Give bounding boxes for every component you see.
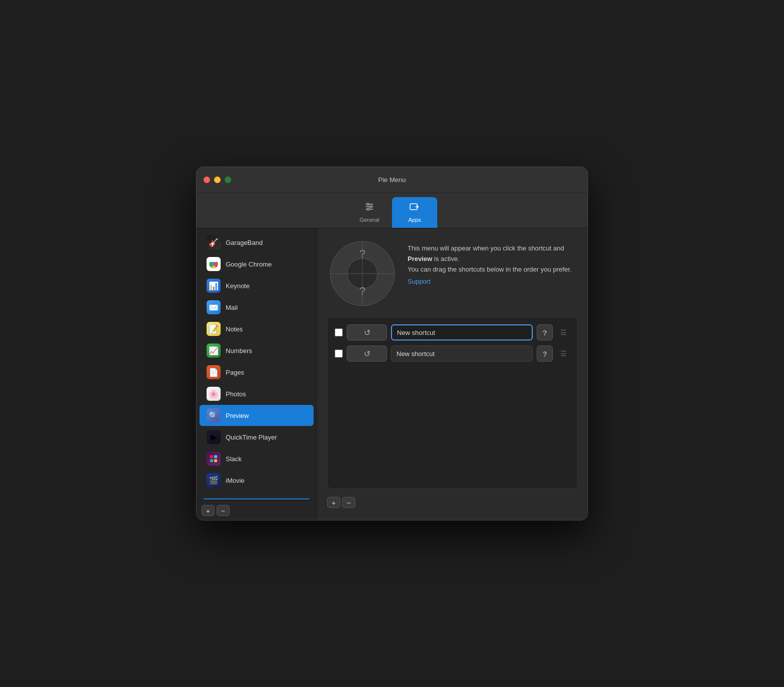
window-title: Pie Menu (378, 176, 406, 184)
traffic-lights (204, 177, 231, 183)
preview-icon: 🔍 (207, 408, 221, 422)
sidebar-item-keynote[interactable]: 📊 Keynote (200, 275, 314, 296)
garageband-label: GarageBand (226, 239, 263, 246)
general-tab-label: General (359, 217, 379, 223)
apps-icon (409, 201, 420, 215)
shortcut-row-2: ↺ ? ☰ (335, 346, 570, 362)
minimize-button[interactable] (214, 177, 221, 183)
sidebar-item-preview[interactable]: 🔍 Preview (200, 405, 314, 426)
sidebar-item-pages[interactable]: 📄 Pages (200, 362, 314, 383)
svg-text:?: ? (359, 285, 365, 297)
keynote-icon: 📊 (207, 279, 221, 293)
record-icon-1: ↺ (364, 328, 370, 337)
imovie-label: iMovie (226, 477, 245, 484)
pages-label: Pages (226, 369, 244, 376)
sidebar-item-notes[interactable]: 📝 Notes (200, 318, 314, 339)
numbers-label: Numbers (226, 347, 252, 355)
slack-icon (207, 452, 221, 466)
toolbar: General Apps (197, 193, 587, 228)
svg-text:?: ? (359, 247, 365, 260)
sidebar-item-quicktime[interactable]: ▶ QuickTime Player (200, 426, 314, 448)
sidebar-list: 🎸 GarageBand Google Ch (197, 228, 317, 498)
notes-icon: 📝 (207, 322, 221, 336)
chrome-label: Google Chrome (226, 261, 272, 268)
sidebar-item-numbers[interactable]: 📈 Numbers (200, 340, 314, 361)
shortcut-2-input[interactable] (391, 346, 533, 362)
pages-icon: 📄 (207, 365, 221, 379)
svg-rect-11 (214, 455, 217, 458)
shortcut-1-drag-handle[interactable]: ☰ (557, 324, 570, 340)
support-link[interactable]: Support (408, 278, 431, 285)
imovie-icon: 🎬 (207, 473, 221, 487)
general-icon (364, 201, 375, 215)
mail-label: Mail (226, 304, 238, 311)
record-icon-2: ↺ (364, 349, 370, 359)
shortcut-2-checkbox[interactable] (335, 350, 343, 358)
svg-rect-13 (214, 459, 217, 462)
shortcut-1-checkbox[interactable] (335, 328, 343, 336)
maximize-button[interactable] (225, 177, 231, 183)
close-button[interactable] (204, 177, 210, 183)
svg-rect-12 (210, 459, 213, 462)
sidebar-footer: + − (197, 500, 317, 520)
pie-menu-preview: ? ? (327, 238, 398, 309)
add-shortcut-button[interactable]: + (327, 497, 340, 508)
chrome-icon (207, 257, 221, 271)
shortcut-1-record-button[interactable]: ↺ (347, 324, 387, 340)
quicktime-label: QuickTime Player (226, 434, 277, 441)
preview-description: This menu will appear when you click the… (408, 238, 577, 286)
shortcut-row-1: ↺ ? ☰ (335, 324, 570, 340)
notes-label: Notes (226, 325, 243, 333)
sidebar-item-mail[interactable]: ✉️ Mail (200, 297, 314, 318)
svg-point-3 (367, 203, 369, 205)
mail-icon: ✉️ (207, 300, 221, 314)
titlebar: Pie Menu (197, 167, 587, 193)
preview-area: ? ? This menu will appear when you click… (327, 238, 577, 309)
tab-general[interactable]: General (347, 197, 392, 228)
main-panel: ? ? This menu will appear when you click… (317, 228, 587, 520)
apps-tab-label: Apps (408, 217, 421, 223)
app-window: Pie Menu General (196, 166, 588, 521)
svg-rect-10 (210, 455, 213, 458)
shortcut-2-record-button[interactable]: ↺ (347, 346, 387, 362)
numbers-icon: 📈 (207, 343, 221, 358)
sidebar-item-slack[interactable]: Slack (200, 448, 314, 469)
description-text: This menu will appear when you click the… (408, 243, 577, 275)
svg-point-5 (367, 208, 369, 210)
slack-label: Slack (226, 455, 242, 463)
svg-point-9 (212, 263, 216, 266)
sidebar: 🎸 GarageBand Google Ch (197, 228, 317, 520)
shortcut-2-drag-handle[interactable]: ☰ (557, 346, 570, 362)
tab-apps[interactable]: Apps (392, 197, 437, 228)
content-area: 🎸 GarageBand Google Ch (197, 228, 587, 520)
svg-point-4 (370, 206, 372, 208)
sidebar-item-photos[interactable]: 🌸 Photos (200, 383, 314, 404)
quicktime-icon: ▶ (207, 430, 221, 444)
main-footer: + − (327, 497, 577, 510)
photos-icon: 🌸 (207, 387, 221, 401)
keynote-label: Keynote (226, 282, 250, 290)
sidebar-item-chrome[interactable]: Google Chrome (200, 253, 314, 275)
remove-shortcut-button[interactable]: − (342, 497, 355, 508)
sidebar-accent-line (204, 498, 310, 499)
drag-icon-2: ☰ (560, 350, 567, 358)
preview-label: Preview (226, 412, 249, 419)
shortcut-container: ↺ ? ☰ ↺ ? ☰ (327, 317, 577, 489)
photos-label: Photos (226, 390, 246, 398)
drag-icon-1: ☰ (560, 328, 567, 336)
sidebar-item-imovie[interactable]: 🎬 iMovie (200, 470, 314, 491)
shortcut-1-help-button[interactable]: ? (537, 324, 553, 340)
shortcut-1-input[interactable] (391, 324, 533, 340)
add-app-button[interactable]: + (202, 505, 215, 516)
garageband-icon: 🎸 (207, 235, 221, 249)
shortcut-2-help-button[interactable]: ? (537, 346, 553, 362)
remove-app-button[interactable]: − (217, 505, 230, 516)
sidebar-item-garageband[interactable]: 🎸 GarageBand (200, 232, 314, 253)
